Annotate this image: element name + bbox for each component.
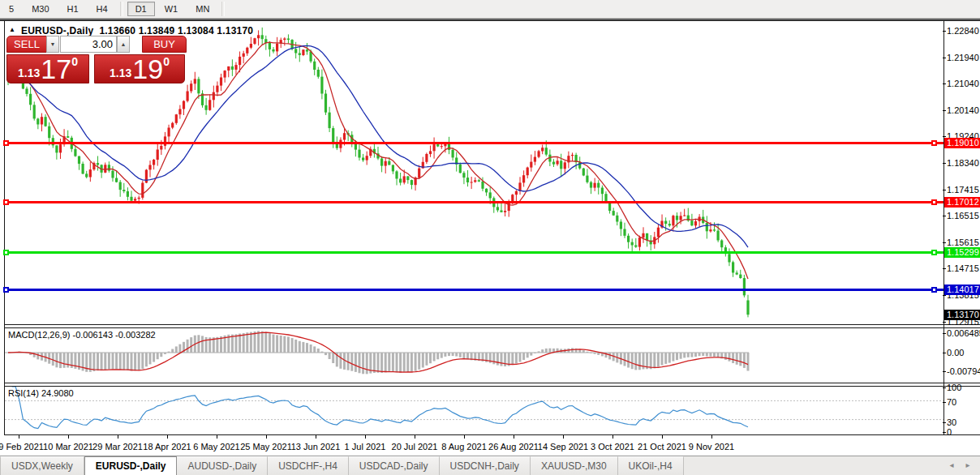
- horizontal-line-1.14017[interactable]: [5, 289, 943, 291]
- date-tick: [563, 435, 564, 439]
- buy-price-point: 0: [163, 57, 170, 66]
- date-label: 9 Nov 2021: [689, 442, 734, 451]
- indicator-tick: 0.006485: [947, 328, 980, 338]
- date-tick: [167, 435, 168, 439]
- hline-handle[interactable]: [3, 250, 9, 255]
- date-label: 3 Oct 2021: [591, 442, 634, 451]
- hline-handle[interactable]: [931, 250, 937, 255]
- date-label: 1 Jul 2021: [345, 442, 386, 451]
- symbol-tab-usdcad-[interactable]: USDCAD-,Daily: [349, 456, 440, 475]
- volume-input[interactable]: [60, 36, 117, 53]
- symbol-label: EURUSD-,Daily: [21, 25, 93, 36]
- volume-decrease-button[interactable]: ▼: [46, 36, 59, 53]
- ohlc-open: 1.13660: [99, 25, 135, 36]
- date-label: 13 Jun 2021: [291, 442, 341, 451]
- indicator-tick: -0.007947: [947, 366, 980, 376]
- rsi-panel-bottom-border: [4, 434, 980, 435]
- horizontal-line-1.15299[interactable]: [5, 251, 943, 254]
- horizontal-line-1.19010[interactable]: [5, 142, 943, 144]
- one-click-trade-panel: SELL ▼ ▲ BUY 1.13 17 0 1.13 19 0: [6, 36, 187, 84]
- indicator-tick: 0: [947, 427, 980, 437]
- hline-handle[interactable]: [931, 287, 937, 293]
- date-tick: [19, 435, 19, 439]
- timeframe-toolbar: 5M30H1H4D1W1MN: [0, 0, 980, 18]
- symbol-tab-usdcnh-[interactable]: USDCNH-,Daily: [440, 456, 531, 475]
- date-label: 14 Sep 2021: [538, 442, 588, 451]
- date-tick: [266, 435, 267, 439]
- indicator-tick: 30: [947, 417, 980, 427]
- date-tick: [514, 435, 514, 439]
- symbol-tab-audusd-[interactable]: AUDUSD-,Daily: [177, 456, 268, 475]
- horizontal-line-1.17012[interactable]: [5, 201, 943, 203]
- timeframe-button-h1[interactable]: H1: [59, 2, 87, 16]
- date-label: 10 Mar 2021: [43, 442, 93, 451]
- price-tick: 1.20140: [947, 105, 980, 115]
- rsi-indicator-panel[interactable]: [5, 387, 943, 434]
- date-tick: [662, 435, 663, 439]
- buy-price-pips: 19: [132, 57, 163, 81]
- hline-handle[interactable]: [3, 199, 9, 205]
- price-tick: 1.15615: [947, 238, 980, 247]
- price-tick: 1.22840: [947, 26, 980, 36]
- symbol-tab-usdchf-[interactable]: USDCHF-,H4: [268, 456, 349, 475]
- date-label: 20 Jul 2021: [392, 442, 438, 451]
- date-label: 6 May 2021: [193, 442, 239, 451]
- date-tick: [217, 435, 217, 439]
- price-tick: 1.16515: [947, 211, 980, 220]
- buy-price-display[interactable]: 1.13 19 0: [94, 54, 185, 83]
- sell-button[interactable]: SELL: [6, 36, 47, 53]
- indicator-tick: 70: [947, 397, 980, 407]
- hline-handle[interactable]: [3, 287, 9, 293]
- tab-scroll-right-icon[interactable]: ▸: [962, 460, 974, 471]
- date-label: 29 Mar 2021: [92, 442, 143, 451]
- toolbar-separator: [221, 2, 225, 16]
- date-tick: [68, 435, 69, 439]
- current-price-tag: 1.13170: [944, 310, 980, 320]
- date-tick: [711, 435, 712, 439]
- tab-scroll-left-icon[interactable]: ◂: [946, 460, 957, 471]
- hline-handle[interactable]: [931, 199, 937, 205]
- sell-price-display[interactable]: 1.13 17 0: [6, 54, 89, 83]
- hline-handle[interactable]: [3, 140, 9, 146]
- hline-handle[interactable]: [931, 140, 937, 146]
- indicator-tick: 100: [947, 383, 980, 392]
- main-panel-bottom-border: [4, 324, 980, 325]
- buy-price-major: 1.13: [110, 65, 131, 81]
- date-tick: [365, 435, 366, 439]
- timeframe-button-mn[interactable]: MN: [187, 2, 217, 16]
- hline-price-tag: 1.14017: [944, 285, 980, 295]
- date-label: 18 Apr 2021: [143, 442, 191, 451]
- date-label: 25 May 2021: [240, 442, 292, 451]
- chart-title: EURUSD-,Daily 1.13660 1.13849 1.13084 1.…: [21, 25, 253, 36]
- buy-button[interactable]: BUY: [142, 36, 187, 53]
- date-tick: [118, 435, 118, 439]
- ohlc-high: 1.13849: [139, 25, 175, 36]
- macd-label: MACD(12,26,9) -0.006143 -0.003282: [8, 330, 156, 340]
- date-label: 21 Oct 2021: [638, 442, 686, 451]
- ohlc-close: 1.13170: [217, 25, 253, 36]
- date-label: 19 Feb 2021: [0, 442, 44, 451]
- price-tick: 1.17415: [947, 185, 980, 195]
- hline-price-tag: 1.15299: [944, 247, 980, 258]
- timeframe-button-5[interactable]: 5: [1, 2, 22, 16]
- collapse-panel-icon[interactable]: ▲: [9, 26, 15, 33]
- symbol-tab-bar: USDX,WeeklyEURUSD-,DailyAUDUSD-,DailyUSD…: [0, 456, 980, 475]
- symbol-tab-usdx[interactable]: USDX,Weekly: [0, 456, 84, 475]
- timeframe-button-m30[interactable]: M30: [24, 2, 57, 16]
- macd-panel-bottom-border: [4, 383, 980, 383]
- symbol-tab-eurusd-[interactable]: EURUSD-,Daily: [84, 456, 178, 475]
- toolbar-separator: [120, 2, 123, 16]
- timeframe-button-w1[interactable]: W1: [157, 2, 187, 16]
- timeframe-button-h4[interactable]: H4: [88, 2, 116, 16]
- price-tick: 1.18340: [947, 158, 980, 168]
- timeframe-button-d1[interactable]: D1: [127, 2, 155, 16]
- rsi-label: RSI(14) 24.9080: [8, 388, 74, 398]
- ohlc-low: 1.13084: [178, 25, 214, 36]
- sell-price-major: 1.13: [18, 65, 40, 81]
- sell-price-pips: 17: [41, 57, 71, 81]
- volume-increase-button[interactable]: ▲: [117, 36, 130, 53]
- price-tick: 1.21940: [947, 53, 980, 62]
- indicator-tick: 0.00: [947, 348, 980, 357]
- symbol-tab-xauusd-[interactable]: XAUUSD-,M30: [531, 456, 618, 475]
- symbol-tab-ukoil-[interactable]: UKOil-,H4: [618, 456, 684, 475]
